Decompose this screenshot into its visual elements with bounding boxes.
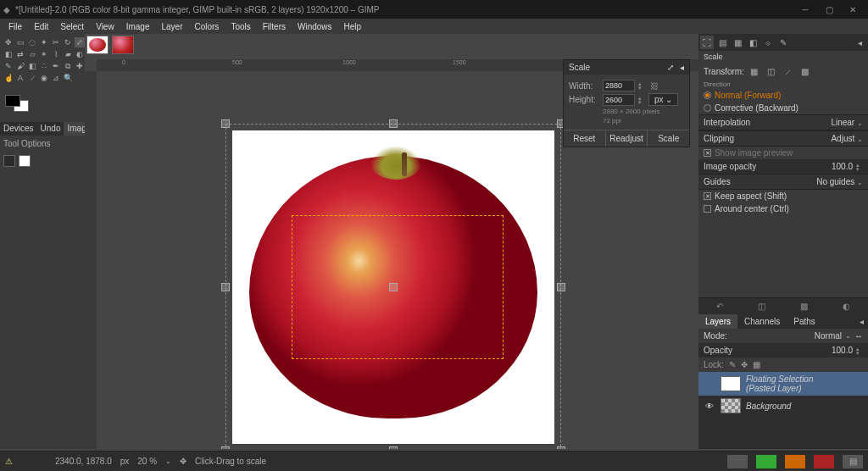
menu-colors[interactable]: Colors [189,20,224,33]
radio-normal[interactable] [704,91,711,99]
image-opacity-value[interactable]: 100.0 [832,162,853,171]
tool-clone[interactable]: ⧉ [63,61,73,71]
transform-target-selection-icon[interactable]: ◫ [765,64,778,78]
handle-bottom-left[interactable] [221,446,230,449]
tool-text[interactable]: A [15,73,25,83]
transform-target-path-icon[interactable]: ⟋ [782,64,795,78]
lock-pixels-icon[interactable]: ✎ [729,360,736,369]
close-button[interactable]: ✕ [841,0,865,19]
handle-top[interactable] [389,119,398,128]
status-btn-2[interactable] [756,455,776,468]
device-status-tab-icon[interactable]: ▤ [715,36,729,49]
image-thumb-2[interactable] [112,36,134,54]
menu-view[interactable]: View [91,20,120,33]
handle-left[interactable] [221,283,230,291]
tool-rect-select[interactable]: ▭ [15,37,25,47]
layer-opacity-value[interactable]: 100.0 [832,346,853,355]
channels-tab[interactable]: Channels [737,314,787,329]
dialog-detach-icon[interactable]: ⤢ [667,63,674,72]
menu-image[interactable]: Image [121,20,155,33]
status-zoom[interactable]: 20 % [137,457,157,466]
tool-measure[interactable]: ⊿ [51,73,61,83]
fg-bg-colors[interactable] [3,91,37,117]
clipping-value[interactable]: Adjust [831,134,854,143]
handle-bottom[interactable] [389,446,398,449]
dock-menu-icon[interactable]: ◂ [853,36,866,49]
status-btn-5[interactable]: ▤ [843,455,863,468]
scale-button[interactable]: Scale [648,130,689,147]
history-tab-icon[interactable]: ↶ [716,302,723,311]
ruler-vertical[interactable] [85,71,97,449]
tool-airbrush[interactable]: ∴ [39,61,49,71]
lock-position-icon[interactable]: ✥ [741,360,748,369]
layers-tab[interactable]: Layers [698,314,737,329]
height-spinner[interactable]: ▴▾ [638,96,645,104]
image-thumb-1[interactable] [86,36,108,54]
handle-right[interactable] [557,283,565,291]
menu-windows[interactable]: Windows [292,20,337,33]
handle-center[interactable] [389,283,398,291]
image-opacity-spinner[interactable]: ▴▾ [856,163,863,171]
tool-gradient[interactable]: ◐ [75,49,85,59]
tool-warp[interactable]: ⌇ [51,49,61,59]
chevron-down-icon[interactable]: ⌄ [165,457,171,465]
menu-file[interactable]: File [3,20,27,33]
layers-menu-icon[interactable]: ◂ [854,314,868,328]
tool-shear[interactable]: ◧ [3,49,14,59]
handle-bottom-right[interactable] [557,446,565,449]
readjust-button[interactable]: Readjust [606,130,648,147]
reset-button[interactable]: Reset [564,130,606,147]
tool-pencil[interactable]: ✎ [3,61,14,71]
tool-unified[interactable]: ✶ [39,49,49,59]
tool-option-swatch[interactable] [19,155,31,167]
status-btn-3[interactable] [785,455,805,468]
interpolation-value[interactable]: Linear [831,118,854,127]
tab-undo[interactable]: Undo [37,122,64,136]
menu-select[interactable]: Select [55,20,89,33]
tool-bucket[interactable]: ▰ [63,49,73,59]
tab-icon-4[interactable]: ◧ [746,36,760,49]
maximize-button[interactable]: ▢ [817,0,841,19]
tool-smudge[interactable]: ☝ [3,73,14,83]
chevron-down-icon[interactable]: ⌄ [857,136,863,143]
menu-edit[interactable]: Edit [29,20,53,33]
tool-free-select[interactable]: ◌ [27,37,37,47]
menu-help[interactable]: Help [339,20,367,33]
menu-filters[interactable]: Filters [258,20,291,33]
layer-opacity-spinner[interactable]: ▴▾ [856,346,863,355]
radio-corrective[interactable] [704,104,711,112]
check-show-preview[interactable]: ✕ [704,149,711,157]
tool-scale[interactable]: ⤢ [75,37,85,47]
status-unit[interactable]: px [120,457,130,466]
tool-zoom[interactable]: 🔍 [63,73,73,83]
width-input[interactable] [603,80,635,91]
canvas[interactable] [232,130,554,444]
tool-fuzzy-select[interactable]: ✦ [39,37,49,47]
layer-background[interactable]: 👁 Background [698,396,868,416]
lock-alpha-icon[interactable]: ▦ [753,360,760,369]
tab-icon-6[interactable]: ✎ [776,36,790,49]
tool-color-picker[interactable]: ◉ [39,73,49,83]
layer-floating-selection[interactable]: Floating Selection (Pasted Layer) [698,372,868,396]
tab-icon-5[interactable]: ⟐ [761,36,775,49]
handle-top-left[interactable] [221,119,230,128]
brushes-tab-icon[interactable]: ◫ [758,302,765,311]
tool-ink[interactable]: ✒ [51,61,61,71]
mode-value[interactable]: Normal [731,331,842,341]
paths-tab[interactable]: Paths [787,314,822,329]
tool-flip[interactable]: ⇄ [15,49,25,59]
tool-paintbrush[interactable]: 🖌 [15,61,25,71]
tab-icon-3[interactable]: ▦ [731,36,744,49]
transform-target-image-icon[interactable]: ▩ [798,64,812,78]
tool-eraser[interactable]: ◧ [27,61,37,71]
visibility-toggle-icon[interactable]: 👁 [704,402,715,411]
height-input[interactable] [603,94,635,106]
chevron-down-icon[interactable]: ⌄ [845,332,851,340]
status-btn-1[interactable] [727,455,748,468]
dialog-menu-icon[interactable]: ◂ [680,63,684,72]
minimize-button[interactable]: ─ [793,0,817,19]
menu-layer[interactable]: Layer [156,20,187,33]
tool-perspective[interactable]: ▱ [27,49,37,59]
menu-tools[interactable]: Tools [225,20,255,33]
chevron-down-icon[interactable]: ⌄ [857,119,863,127]
